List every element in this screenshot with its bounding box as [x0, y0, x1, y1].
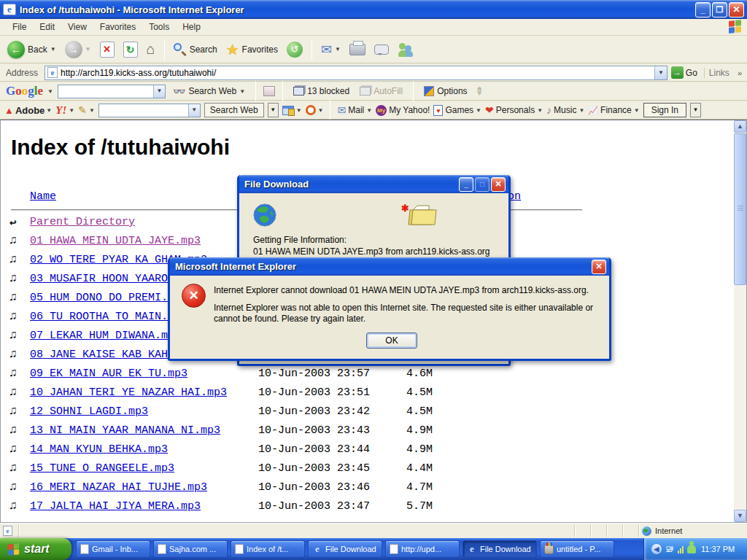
file-link[interactable]: 10 JAHAN TERI YE NAZAR HAI.mp3	[30, 386, 227, 399]
discuss-button[interactable]	[371, 43, 392, 56]
menu-item[interactable]: View	[61, 20, 93, 34]
scroll-up-icon[interactable]: ▲	[734, 120, 746, 133]
close-button[interactable]: ✕	[729, 2, 744, 18]
google-dropdown-icon[interactable]: ▼	[47, 88, 53, 95]
yahoo-bookmarks-button[interactable]: ▼	[282, 106, 302, 115]
download-minimize-button[interactable]: _	[459, 177, 473, 192]
menu-item[interactable]: File	[6, 20, 33, 34]
google-logo[interactable]: Google	[6, 84, 43, 98]
file-link[interactable]: 01 HAWA MEIN UDTA JAYE.mp3	[30, 235, 201, 247]
menu-item[interactable]: Favorites	[93, 20, 142, 34]
menu-item[interactable]: Edit	[33, 20, 61, 34]
address-url[interactable]: http://arch119.kicks-ass.org/tutuhaiwohi…	[58, 68, 654, 78]
search-web-dropdown-icon[interactable]: ▼	[239, 88, 245, 95]
yahoo-dropdown-icon[interactable]: ▼	[69, 107, 74, 114]
tray-display-icon[interactable]: 🖳	[665, 544, 674, 554]
yahoo-mail-dropdown-icon[interactable]: ▼	[366, 107, 372, 114]
favorites-button[interactable]: ★ Favorites	[223, 39, 281, 60]
ok-button[interactable]: OK	[366, 332, 417, 349]
file-link[interactable]: Parent Directory	[30, 216, 135, 228]
taskbar-window-button[interactable]: untitled - P...	[540, 540, 614, 558]
error-close-button[interactable]: ✕	[592, 260, 606, 274]
sign-in-dropdown[interactable]: ▼	[690, 103, 701, 117]
home-button[interactable]: ⌂	[144, 39, 158, 59]
highlighter-icon[interactable]: ✎	[472, 84, 487, 98]
links-label[interactable]: Links	[704, 68, 734, 78]
file-link[interactable]: 13 NI MAIN YAAR MANANA NI.mp3	[30, 424, 220, 437]
go-button[interactable]: → Go	[671, 66, 700, 79]
download-maximize-button[interactable]: □	[475, 177, 489, 192]
pencil-dropdown-icon[interactable]: ▼	[89, 107, 95, 114]
tray-chevron-icon[interactable]: ◀	[651, 544, 662, 554]
yahoo-personals-button[interactable]: ❤ Personals ▼	[485, 104, 543, 116]
yahoo-search-input[interactable]: ▼	[98, 104, 201, 117]
taskbar-window-button[interactable]: e File Download	[308, 540, 382, 558]
refresh-button[interactable]: ↻	[120, 40, 141, 59]
name-column-header[interactable]: Name	[30, 190, 56, 203]
yahoo-target-button[interactable]: ▼	[306, 105, 324, 115]
file-link[interactable]: 14 MAN KYUN BEHKA.mp3	[30, 443, 168, 456]
print-button[interactable]	[347, 42, 368, 57]
links-chevron-icon[interactable]: »	[738, 69, 744, 77]
tray-signal-icon[interactable]	[678, 545, 684, 553]
file-link[interactable]: 06 TU ROOTHA TO MAIN.mp3	[30, 311, 187, 323]
back-dropdown-icon[interactable]: ▼	[50, 46, 56, 52]
menu-item[interactable]: Tools	[142, 20, 176, 34]
adobe-dropdown-icon[interactable]: ▼	[46, 107, 52, 114]
games-dropdown-icon[interactable]: ▼	[476, 107, 481, 114]
messenger-button[interactable]	[395, 41, 417, 58]
address-input[interactable]: e http://arch119.kicks-ass.org/tutuhaiwo…	[44, 66, 667, 80]
sign-in-button[interactable]: Sign In	[643, 103, 686, 117]
tray-messenger-icon[interactable]	[687, 545, 696, 553]
yahoo-search-web-button[interactable]: Search Web	[204, 103, 264, 117]
options-button[interactable]: Options	[421, 85, 470, 98]
vertical-scrollbar[interactable]: ▲ ▼	[734, 120, 746, 522]
bookmarks-dropdown-icon[interactable]: ▼	[296, 107, 302, 114]
mail-dropdown-icon[interactable]: ▼	[335, 46, 341, 52]
file-link[interactable]: 16 MERI NAZAR HAI TUJHE.mp3	[30, 481, 207, 494]
news-icon[interactable]	[263, 86, 275, 96]
taskbar-window-button[interactable]: Sajha.com ...	[153, 540, 228, 558]
yahoo-mail-button[interactable]: ✉ Mail ▼	[337, 104, 372, 116]
scroll-down-icon[interactable]: ▼	[734, 510, 746, 522]
yahoo-music-button[interactable]: ♪ Music ▼	[546, 104, 584, 116]
google-search-dropdown-icon[interactable]: ▼	[153, 85, 165, 98]
forward-button[interactable]: → ▼	[62, 39, 94, 60]
download-close-button[interactable]: ✕	[491, 177, 506, 192]
taskbar-window-button[interactable]: Gmail - Inb...	[76, 540, 150, 558]
stop-button[interactable]: ✕	[97, 40, 117, 59]
taskbar-window-button[interactable]: Index of /t...	[231, 540, 305, 558]
file-link[interactable]: 09 EK MAIN AUR EK TU.mp3	[30, 368, 187, 380]
taskbar-window-button[interactable]: e File Download	[462, 540, 537, 558]
yahoo-logo-button[interactable]: Y! ▼	[55, 104, 74, 117]
target-dropdown-icon[interactable]: ▼	[318, 107, 324, 114]
taskbar-window-button[interactable]: http://upd...	[385, 540, 460, 558]
start-button[interactable]: start	[0, 538, 71, 560]
file-link[interactable]: 12 SOHNI LAGDI.mp3	[30, 405, 148, 418]
finance-dropdown-icon[interactable]: ▼	[634, 107, 640, 114]
popup-blocked-button[interactable]: 13 blocked	[290, 85, 352, 98]
mail-button[interactable]: ✉ ▼	[318, 40, 344, 59]
file-link[interactable]: 07 LEKAR HUM DIWANA.mp3	[30, 330, 181, 342]
autofill-button[interactable]: AutoFill	[357, 85, 406, 98]
address-dropdown-button[interactable]: ▼	[654, 66, 667, 79]
adobe-button[interactable]: ▲ Adobe ▼	[4, 105, 52, 116]
yahoo-search-web-dropdown[interactable]: ▼	[268, 103, 279, 117]
menu-item[interactable]: Help	[176, 20, 207, 34]
music-dropdown-icon[interactable]: ▼	[578, 107, 584, 114]
google-search-web-button[interactable]: 👓 Search Web ▼	[170, 84, 248, 98]
my-yahoo-button[interactable]: My My Yahoo!	[376, 105, 430, 116]
scrollbar-thumb[interactable]	[734, 133, 746, 285]
google-search-input[interactable]: ▼	[58, 85, 166, 98]
file-link[interactable]: 17 JALTA HAI JIYA MERA.mp3	[30, 500, 201, 513]
yahoo-pencil-button[interactable]: ✎ ▼	[78, 104, 95, 116]
yahoo-games-button[interactable]: ♥ Games ▼	[433, 105, 481, 116]
restore-button[interactable]: ❐	[712, 2, 727, 18]
yahoo-search-dropdown-icon[interactable]: ▼	[188, 104, 200, 117]
personals-dropdown-icon[interactable]: ▼	[537, 107, 543, 114]
history-button[interactable]: ↺	[284, 40, 306, 59]
yahoo-finance-button[interactable]: 📈 Finance ▼	[588, 105, 639, 115]
file-link[interactable]: 05 HUM DONO DO PREMI.mp3	[30, 292, 187, 304]
back-button[interactable]: ← Back ▼	[4, 39, 59, 60]
minimize-button[interactable]: _	[695, 2, 711, 18]
